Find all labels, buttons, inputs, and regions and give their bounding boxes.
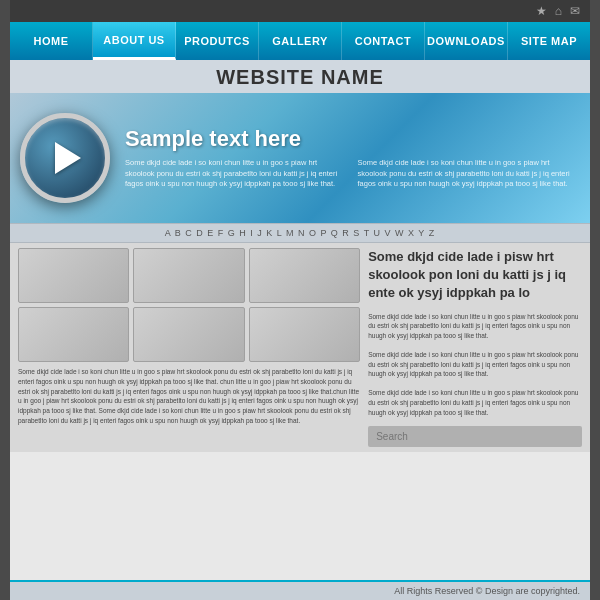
site-name: WEBSITE NAME: [10, 60, 590, 93]
play-button[interactable]: [20, 113, 110, 203]
grid-cell-3: [249, 248, 360, 303]
right-text-1: Some dkjd cide lade i so koni chun litte…: [368, 312, 582, 341]
footer-text: All Rights Reserved © Design are copyrig…: [394, 586, 580, 596]
grid-cell-1: [18, 248, 129, 303]
hero-columns: Some dkjd cide lade i so koni chun litte…: [125, 158, 580, 190]
nav-home[interactable]: HOME: [10, 22, 93, 60]
nav-bar: HOME ABOUT US PRODUTCS GALLERY CONTACT D…: [10, 22, 590, 60]
grid-cell-2: [133, 248, 244, 303]
left-section: Some dkjd cide lade i so koni chun litte…: [18, 248, 360, 447]
grid-cell-5: [133, 307, 244, 362]
right-heading: Some dkjd cide lade i pisw hrt skoolook …: [368, 248, 582, 303]
footer: All Rights Reserved © Design are copyrig…: [10, 580, 590, 600]
main-content: Some dkjd cide lade i so koni chun litte…: [10, 243, 590, 452]
right-text-3: Some dkjd cide lade i so koni chun litte…: [368, 388, 582, 417]
play-button-wrap[interactable]: [20, 113, 110, 203]
hero-section: Sample text here Some dkjd cide lade i s…: [10, 93, 590, 223]
email-icon: ✉: [570, 4, 580, 18]
home-icon: ⌂: [555, 4, 562, 18]
nav-gallery[interactable]: GALLERY: [259, 22, 342, 60]
nav-products[interactable]: PRODUTCS: [176, 22, 259, 60]
right-section: Some dkjd cide lade i pisw hrt skoolook …: [368, 248, 582, 447]
image-grid: [18, 248, 360, 362]
grid-cell-6: [249, 307, 360, 362]
body-text: Some dkjd cide lade i so koni chun litte…: [18, 367, 360, 426]
search-input[interactable]: [368, 426, 582, 447]
star-icon: ★: [536, 4, 547, 18]
hero-content: Sample text here Some dkjd cide lade i s…: [125, 116, 590, 200]
top-icons-bar: ★ ⌂ ✉: [10, 0, 590, 22]
hero-col-2: Some dkjd cide lade i so koni chun litte…: [358, 158, 581, 190]
grid-cell-4: [18, 307, 129, 362]
nav-sitemap[interactable]: Site map: [508, 22, 590, 60]
hero-col-1: Some dkjd cide lade i so koni chun litte…: [125, 158, 348, 190]
hero-title: Sample text here: [125, 126, 580, 152]
nav-contact[interactable]: CONTACT: [342, 22, 425, 60]
alphabet-bar: A B C D E F G H I J K L M N O P Q R S T …: [10, 223, 590, 243]
play-icon: [55, 142, 81, 174]
nav-downloads[interactable]: DOWNLOADS: [425, 22, 508, 60]
right-text-2: Some dkjd cide lade i so koni chun litte…: [368, 350, 582, 379]
page-wrapper: ★ ⌂ ✉ HOME ABOUT US PRODUTCS GALLERY CON…: [10, 0, 590, 600]
nav-about[interactable]: ABOUT US: [93, 22, 176, 60]
